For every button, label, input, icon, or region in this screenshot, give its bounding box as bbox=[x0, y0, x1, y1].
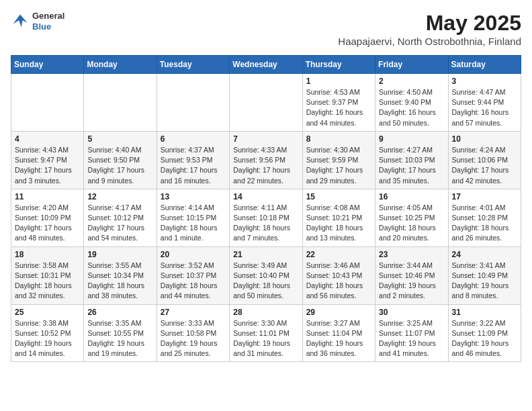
day-number: 9 bbox=[379, 134, 444, 144]
logo-icon bbox=[11, 12, 30, 31]
calendar-cell: 24Sunrise: 3:41 AM Sunset: 10:49 PM Dayl… bbox=[448, 246, 521, 304]
day-info: Sunrise: 4:33 AM Sunset: 9:56 PM Dayligh… bbox=[233, 145, 298, 186]
calendar-table: SundayMondayTuesdayWednesdayThursdayFrid… bbox=[11, 55, 521, 362]
calendar-cell: 29Sunrise: 3:27 AM Sunset: 11:04 PM Dayl… bbox=[302, 304, 375, 362]
calendar-cell: 16Sunrise: 4:05 AM Sunset: 10:25 PM Dayl… bbox=[375, 189, 448, 246]
weekday-header: Saturday bbox=[448, 56, 521, 74]
calendar-week-row: 1Sunrise: 4:53 AM Sunset: 9:37 PM Daylig… bbox=[11, 74, 521, 132]
calendar-cell: 30Sunrise: 3:25 AM Sunset: 11:07 PM Dayl… bbox=[375, 304, 448, 362]
day-number: 10 bbox=[452, 134, 517, 144]
day-info: Sunrise: 4:30 AM Sunset: 9:59 PM Dayligh… bbox=[306, 145, 371, 186]
day-number: 2 bbox=[379, 77, 444, 86]
weekday-header: Friday bbox=[375, 56, 448, 74]
day-info: Sunrise: 3:46 AM Sunset: 10:43 PM Daylig… bbox=[306, 261, 371, 302]
day-info: Sunrise: 3:38 AM Sunset: 10:52 PM Daylig… bbox=[15, 318, 80, 359]
day-number: 16 bbox=[379, 192, 444, 201]
day-info: Sunrise: 3:44 AM Sunset: 10:46 PM Daylig… bbox=[379, 261, 444, 302]
calendar-header-row: SundayMondayTuesdayWednesdayThursdayFrid… bbox=[11, 56, 521, 74]
calendar-cell: 21Sunrise: 3:49 AM Sunset: 10:40 PM Dayl… bbox=[230, 246, 302, 304]
calendar-week-row: 25Sunrise: 3:38 AM Sunset: 10:52 PM Dayl… bbox=[11, 304, 521, 362]
day-info: Sunrise: 3:35 AM Sunset: 10:55 PM Daylig… bbox=[87, 318, 152, 359]
day-info: Sunrise: 3:30 AM Sunset: 11:01 PM Daylig… bbox=[233, 318, 298, 359]
calendar-cell: 3Sunrise: 4:47 AM Sunset: 9:44 PM Daylig… bbox=[448, 74, 521, 132]
day-info: Sunrise: 4:01 AM Sunset: 10:28 PM Daylig… bbox=[452, 203, 517, 244]
day-info: Sunrise: 4:47 AM Sunset: 9:44 PM Dayligh… bbox=[452, 87, 517, 128]
calendar-cell: 8Sunrise: 4:30 AM Sunset: 9:59 PM Daylig… bbox=[302, 131, 375, 189]
day-info: Sunrise: 4:40 AM Sunset: 9:50 PM Dayligh… bbox=[87, 145, 152, 186]
calendar-cell: 10Sunrise: 4:24 AM Sunset: 10:06 PM Dayl… bbox=[448, 131, 521, 189]
logo-general: General bbox=[32, 11, 64, 21]
day-info: Sunrise: 3:58 AM Sunset: 10:31 PM Daylig… bbox=[15, 261, 80, 302]
page-title: May 2025 bbox=[338, 11, 521, 36]
calendar-cell: 1Sunrise: 4:53 AM Sunset: 9:37 PM Daylig… bbox=[302, 74, 375, 132]
day-number: 8 bbox=[306, 134, 371, 144]
day-number: 18 bbox=[15, 250, 80, 259]
calendar-cell bbox=[84, 74, 157, 132]
day-number: 15 bbox=[306, 192, 371, 201]
day-number: 24 bbox=[452, 250, 517, 259]
day-info: Sunrise: 4:08 AM Sunset: 10:21 PM Daylig… bbox=[306, 203, 371, 244]
day-info: Sunrise: 3:52 AM Sunset: 10:37 PM Daylig… bbox=[161, 261, 226, 302]
day-info: Sunrise: 3:33 AM Sunset: 10:58 PM Daylig… bbox=[161, 318, 226, 359]
calendar-cell: 22Sunrise: 3:46 AM Sunset: 10:43 PM Dayl… bbox=[302, 246, 375, 304]
day-info: Sunrise: 3:22 AM Sunset: 11:09 PM Daylig… bbox=[452, 318, 517, 359]
calendar-cell: 14Sunrise: 4:11 AM Sunset: 10:18 PM Dayl… bbox=[230, 189, 302, 246]
day-number: 13 bbox=[161, 192, 226, 201]
day-number: 12 bbox=[87, 192, 152, 201]
day-number: 5 bbox=[87, 134, 152, 144]
day-info: Sunrise: 4:17 AM Sunset: 10:12 PM Daylig… bbox=[87, 203, 152, 244]
day-number: 3 bbox=[452, 77, 517, 86]
calendar-cell: 9Sunrise: 4:27 AM Sunset: 10:03 PM Dayli… bbox=[375, 131, 448, 189]
calendar-cell: 5Sunrise: 4:40 AM Sunset: 9:50 PM Daylig… bbox=[84, 131, 157, 189]
calendar-cell: 2Sunrise: 4:50 AM Sunset: 9:40 PM Daylig… bbox=[375, 74, 448, 132]
calendar-cell bbox=[157, 74, 229, 132]
day-number: 29 bbox=[306, 308, 371, 317]
day-number: 27 bbox=[161, 308, 226, 317]
day-number: 14 bbox=[233, 192, 298, 201]
weekday-header: Monday bbox=[84, 56, 157, 74]
calendar-cell: 23Sunrise: 3:44 AM Sunset: 10:46 PM Dayl… bbox=[375, 246, 448, 304]
day-number: 21 bbox=[233, 250, 298, 259]
svg-marker-0 bbox=[13, 14, 28, 27]
day-info: Sunrise: 4:53 AM Sunset: 9:37 PM Dayligh… bbox=[306, 87, 371, 128]
calendar-cell bbox=[11, 74, 84, 132]
day-number: 22 bbox=[306, 250, 371, 259]
calendar-cell: 20Sunrise: 3:52 AM Sunset: 10:37 PM Dayl… bbox=[157, 246, 229, 304]
day-info: Sunrise: 4:27 AM Sunset: 10:03 PM Daylig… bbox=[379, 145, 444, 186]
calendar-cell: 7Sunrise: 4:33 AM Sunset: 9:56 PM Daylig… bbox=[230, 131, 302, 189]
calendar-cell: 4Sunrise: 4:43 AM Sunset: 9:47 PM Daylig… bbox=[11, 131, 84, 189]
day-info: Sunrise: 4:37 AM Sunset: 9:53 PM Dayligh… bbox=[161, 145, 226, 186]
logo: General Blue bbox=[11, 11, 64, 32]
day-number: 7 bbox=[233, 134, 298, 144]
day-number: 28 bbox=[233, 308, 298, 317]
calendar-cell: 25Sunrise: 3:38 AM Sunset: 10:52 PM Dayl… bbox=[11, 304, 84, 362]
weekday-header: Wednesday bbox=[230, 56, 302, 74]
logo-blue: Blue bbox=[32, 21, 64, 32]
calendar-week-row: 4Sunrise: 4:43 AM Sunset: 9:47 PM Daylig… bbox=[11, 131, 521, 189]
day-number: 20 bbox=[161, 250, 226, 259]
calendar-week-row: 11Sunrise: 4:20 AM Sunset: 10:09 PM Dayl… bbox=[11, 189, 521, 246]
day-info: Sunrise: 3:25 AM Sunset: 11:07 PM Daylig… bbox=[379, 318, 444, 359]
title-block: May 2025 Haapajaervi, North Ostrobothnia… bbox=[338, 11, 521, 47]
calendar-cell: 6Sunrise: 4:37 AM Sunset: 9:53 PM Daylig… bbox=[157, 131, 229, 189]
day-info: Sunrise: 4:24 AM Sunset: 10:06 PM Daylig… bbox=[452, 145, 517, 186]
calendar-cell: 12Sunrise: 4:17 AM Sunset: 10:12 PM Dayl… bbox=[84, 189, 157, 246]
calendar-cell: 28Sunrise: 3:30 AM Sunset: 11:01 PM Dayl… bbox=[230, 304, 302, 362]
day-number: 6 bbox=[161, 134, 226, 144]
day-info: Sunrise: 4:11 AM Sunset: 10:18 PM Daylig… bbox=[233, 203, 298, 244]
day-info: Sunrise: 4:05 AM Sunset: 10:25 PM Daylig… bbox=[379, 203, 444, 244]
calendar-cell: 27Sunrise: 3:33 AM Sunset: 10:58 PM Dayl… bbox=[157, 304, 229, 362]
day-info: Sunrise: 4:50 AM Sunset: 9:40 PM Dayligh… bbox=[379, 87, 444, 128]
day-number: 31 bbox=[452, 308, 517, 317]
day-info: Sunrise: 4:14 AM Sunset: 10:15 PM Daylig… bbox=[161, 203, 226, 244]
calendar-cell bbox=[230, 74, 302, 132]
day-number: 4 bbox=[15, 134, 80, 144]
day-number: 30 bbox=[379, 308, 444, 317]
day-info: Sunrise: 4:20 AM Sunset: 10:09 PM Daylig… bbox=[15, 203, 80, 244]
calendar-cell: 26Sunrise: 3:35 AM Sunset: 10:55 PM Dayl… bbox=[84, 304, 157, 362]
day-info: Sunrise: 3:27 AM Sunset: 11:04 PM Daylig… bbox=[306, 318, 371, 359]
weekday-header: Thursday bbox=[302, 56, 375, 74]
weekday-header: Tuesday bbox=[157, 56, 229, 74]
calendar-cell: 15Sunrise: 4:08 AM Sunset: 10:21 PM Dayl… bbox=[302, 189, 375, 246]
day-info: Sunrise: 3:41 AM Sunset: 10:49 PM Daylig… bbox=[452, 261, 517, 302]
